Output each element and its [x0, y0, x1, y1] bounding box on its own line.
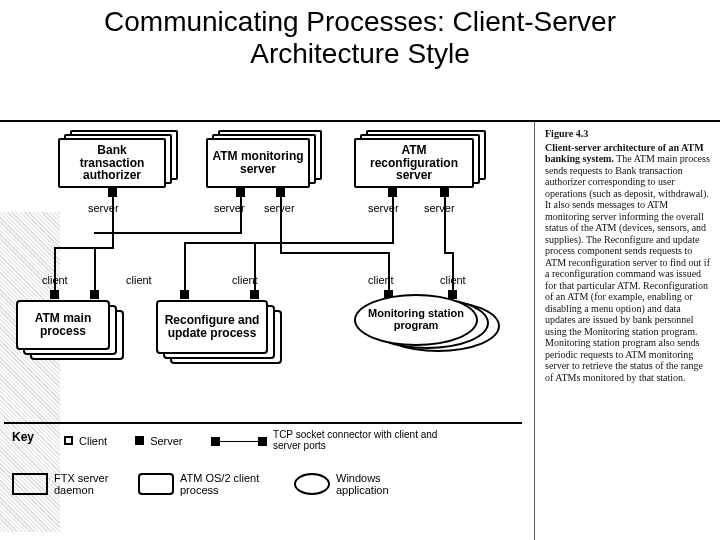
connector-line [254, 242, 256, 292]
node-reconfig-server: ATM reconfiguration server [354, 138, 488, 194]
figure-body: The ATM main process sends requests to B… [545, 153, 710, 383]
connector-line [94, 232, 242, 234]
diagram-canvas: Bank transaction authorizer server ATM m… [0, 122, 536, 540]
connector-line [184, 242, 186, 292]
legend-item-server: Server [135, 435, 182, 447]
connector-line [240, 197, 242, 232]
legend-label: Client [79, 435, 107, 447]
node-monitoring-station: Monitoring station program [354, 294, 504, 358]
legend-label: Windows application [336, 472, 416, 496]
node-label: Bank transaction authorizer [60, 140, 164, 186]
connector-line [54, 247, 56, 292]
legend-label: FTX server daemon [54, 472, 114, 496]
figure-label: Figure 4.3 [545, 128, 712, 140]
windows-symbol [294, 473, 330, 495]
tcp-connector-symbol [211, 434, 268, 448]
connector-line [94, 247, 114, 249]
legend-label: ATM OS/2 client process [180, 472, 270, 496]
legend-heading: Key [12, 430, 34, 444]
connector-line [184, 242, 394, 244]
server-port-icon [388, 188, 397, 197]
legend-key: Key Client Server TCP socket connector w… [4, 422, 522, 520]
node-label: ATM reconfiguration server [356, 140, 472, 186]
figure-caption: Figure 4.3 Client-server architecture of… [534, 122, 718, 540]
atmos2-symbol [138, 473, 174, 495]
node-label: ATM monitoring server [208, 140, 308, 186]
connector-line [388, 252, 390, 292]
legend-label: TCP socket connector with client and ser… [273, 430, 451, 451]
port-label-server: server [424, 202, 455, 214]
server-port-symbol [135, 436, 144, 445]
connector-line [444, 252, 452, 254]
server-port-icon [108, 188, 117, 197]
slide-title: Communicating Processes: Client-Server A… [0, 0, 720, 74]
legend-item-client: Client [64, 435, 107, 447]
legend-item-windows: Windows application [294, 472, 416, 496]
node-label: Monitoring station program [356, 296, 476, 344]
server-port-icon [440, 188, 449, 197]
connector-line [392, 197, 394, 242]
node-bank-authorizer: Bank transaction authorizer [58, 138, 178, 194]
server-port-icon [236, 188, 245, 197]
server-port-icon [276, 188, 285, 197]
legend-item-ftx: FTX server daemon [12, 472, 114, 496]
legend-item-atmos2: ATM OS/2 client process [138, 472, 270, 496]
connector-line [444, 197, 446, 252]
diagram-area: Figure 4.3 Client-server architecture of… [0, 120, 720, 540]
connector-line [452, 252, 454, 292]
node-monitoring-server: ATM monitoring server [206, 138, 326, 194]
legend-label: Server [150, 435, 182, 447]
connector-line [112, 197, 114, 247]
client-port-symbol [64, 436, 73, 445]
node-label: ATM main process [18, 302, 108, 348]
node-label: Reconfigure and update process [158, 302, 266, 352]
connector-line [94, 247, 96, 292]
ftx-symbol [12, 473, 48, 495]
connector-line [280, 252, 388, 254]
port-label-client: client [126, 274, 152, 286]
legend-item-tcp: TCP socket connector with client and ser… [211, 430, 451, 451]
node-atm-main: ATM main process [16, 300, 124, 358]
node-reconfig-process: Reconfigure and update process [156, 300, 286, 362]
